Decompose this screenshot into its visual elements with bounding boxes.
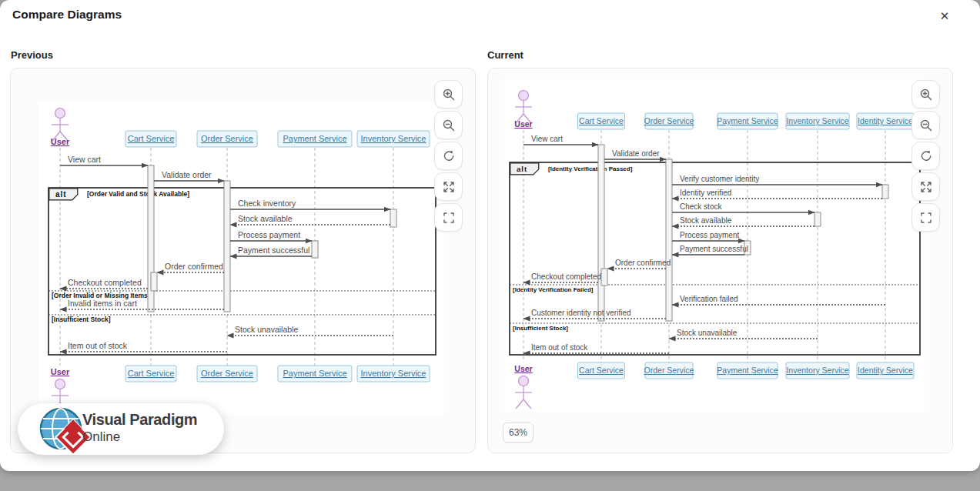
activation-bar xyxy=(151,272,157,291)
actor-figure xyxy=(515,91,532,124)
guard-label: [Order Valid and Stock Available] xyxy=(87,190,189,198)
current-diagram-canvas[interactable]: alt[Identity Verification Passed][Identi… xyxy=(504,79,925,412)
previous-sequence-diagram: alt[Order Valid and Stock Available][Ord… xyxy=(38,101,444,414)
previous-diagram-panel: alt[Order Valid and Stock Available][Ord… xyxy=(10,68,476,453)
maximize-button[interactable] xyxy=(911,172,940,201)
participant-label: Inventory Service xyxy=(786,116,848,125)
zoom-level-badge: 63% xyxy=(503,423,533,443)
message-label: Validate order xyxy=(162,170,212,179)
activation-bar xyxy=(598,145,604,321)
maximize-icon xyxy=(442,180,456,194)
message-label: Verification failed xyxy=(680,295,738,303)
reset-view-button[interactable] xyxy=(911,142,940,170)
participant-label: Inventory Service xyxy=(786,366,848,375)
message-label: Order confirmed xyxy=(615,259,671,267)
participant-label: Inventory Service xyxy=(361,369,426,378)
panel-label-previous: Previous xyxy=(11,49,53,61)
message-label: Checkout completed xyxy=(68,278,142,287)
participant-label: Identity Service xyxy=(858,116,913,125)
activation-bar xyxy=(312,241,318,258)
message-label: Stock available xyxy=(680,216,732,225)
close-button[interactable]: ✕ xyxy=(937,8,952,24)
logo-brand-name: Visual Paradigm xyxy=(82,410,197,429)
message-label: Process payment xyxy=(680,231,739,239)
guard-label: [Identity Verification Passed] xyxy=(548,165,633,172)
participant-label: User xyxy=(514,119,532,129)
message-label: Verify customer identity xyxy=(680,175,759,183)
zoom-out-icon xyxy=(919,119,933,132)
compare-diagrams-dialog: Compare Diagrams ✕ Previous Current alt[… xyxy=(0,0,980,471)
current-diagram-panel: alt[Identity Verification Passed][Identi… xyxy=(487,68,953,453)
actor-figure xyxy=(52,109,69,142)
participant-label: User xyxy=(51,137,70,146)
message-label: View cart xyxy=(68,155,101,164)
zoom-out-button[interactable] xyxy=(911,111,940,139)
maximize-icon xyxy=(919,180,933,194)
participant-label: Cart Service xyxy=(579,366,624,375)
participant-label: Payment Service xyxy=(717,116,778,125)
activation-bar xyxy=(666,159,672,321)
message-label: Process payment xyxy=(238,230,300,239)
participant-label: Cart Service xyxy=(128,369,175,378)
zoom-in-button[interactable] xyxy=(911,80,940,109)
fit-screen-icon xyxy=(442,211,456,225)
reset-view-icon xyxy=(919,149,933,163)
activation-bar xyxy=(390,209,396,227)
zoom-out-icon xyxy=(442,119,456,132)
message-label: Stock unavailable xyxy=(677,329,738,337)
message-label: Check stock xyxy=(680,202,722,211)
maximize-button[interactable] xyxy=(434,172,463,201)
zoom-in-button[interactable] xyxy=(434,80,463,109)
guard-label: [Identity Verification Failed] xyxy=(513,286,594,293)
participant-label: Cart Service xyxy=(579,116,624,125)
participant-label: Inventory Service xyxy=(361,134,426,143)
current-sequence-diagram: alt[Identity Verification Passed][Identi… xyxy=(504,79,925,412)
participant-label: Cart Service xyxy=(128,134,175,143)
activation-bar xyxy=(882,185,888,199)
guard-label: [Insufficient Stock] xyxy=(52,316,111,323)
participant-label: User xyxy=(514,364,532,373)
message-label: Checkout completed xyxy=(531,272,601,281)
previous-diagram-canvas[interactable]: alt[Order Valid and Stock Available][Ord… xyxy=(38,101,444,414)
fragment-operator-label: alt xyxy=(517,165,527,173)
previous-diagram-controls xyxy=(434,80,463,232)
participant-label: Order Service xyxy=(201,369,253,378)
message-label: Customer identity not verified xyxy=(531,309,631,317)
activation-bar xyxy=(224,181,230,312)
fit-screen-button[interactable] xyxy=(911,203,940,232)
message-label: Order confirmed xyxy=(165,262,223,271)
activation-bar xyxy=(601,269,607,286)
message-label: Payment successful xyxy=(238,246,309,255)
guard-label: [Insufficient Stock] xyxy=(513,325,568,332)
reset-view-icon xyxy=(442,149,456,163)
dialog-title: Compare Diagrams xyxy=(12,8,122,22)
zoom-in-icon xyxy=(442,88,456,102)
participant-label: User xyxy=(51,367,70,376)
participant-label: Order Service xyxy=(644,116,694,125)
panel-label-current: Current xyxy=(487,49,523,61)
participant-label: Payment Service xyxy=(283,134,346,143)
message-label: Identity verified xyxy=(680,189,731,197)
visual-paradigm-logo[interactable]: Visual Paradigm Online xyxy=(18,403,224,455)
fragment-operator-label: alt xyxy=(55,190,67,199)
reset-view-button[interactable] xyxy=(434,142,463,170)
participant-label: Payment Service xyxy=(717,366,778,375)
participant-label: Order Service xyxy=(201,134,253,143)
message-label: Stock unavailable xyxy=(235,325,298,334)
message-label: Item out of stock xyxy=(531,343,588,352)
activation-bar xyxy=(814,212,821,226)
zoom-in-icon xyxy=(919,88,933,102)
message-label: Invalid items in cart xyxy=(68,299,137,308)
fit-screen-icon xyxy=(919,211,933,225)
participant-label: Order Service xyxy=(644,366,694,375)
fit-screen-button[interactable] xyxy=(434,203,463,232)
message-label: Validate order xyxy=(612,149,660,158)
message-label: Payment successful xyxy=(680,245,748,253)
zoom-out-button[interactable] xyxy=(434,111,463,139)
participant-label: Identity Service xyxy=(858,366,913,375)
participant-label: Payment Service xyxy=(283,369,346,378)
current-diagram-controls xyxy=(911,80,940,232)
actor-figure xyxy=(515,376,532,409)
logo-product-name: Online xyxy=(82,429,197,445)
message-label: Check inventory xyxy=(238,199,296,208)
